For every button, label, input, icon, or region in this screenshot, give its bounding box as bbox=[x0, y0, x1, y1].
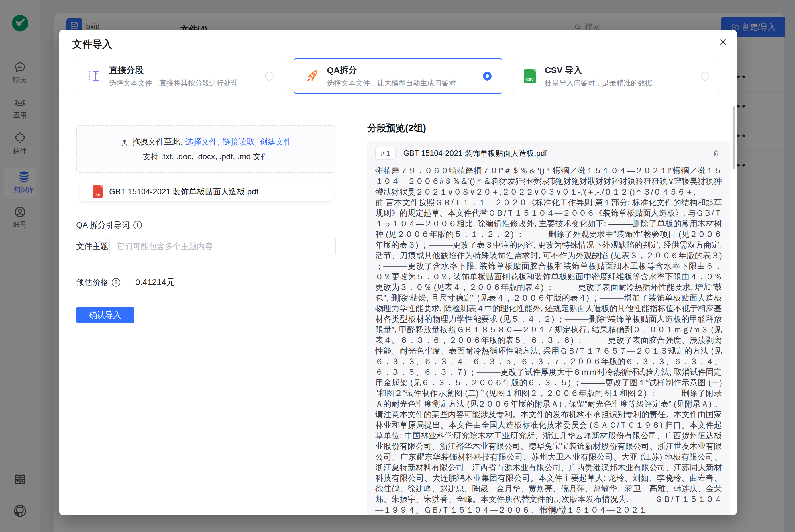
chunk-index-badge: # 1 bbox=[375, 147, 396, 159]
file-topic-label: 文件主题 bbox=[76, 241, 110, 252]
select-file-link[interactable]: 选择文件, bbox=[185, 136, 220, 147]
info-icon[interactable]: i bbox=[133, 221, 142, 229]
close-icon[interactable] bbox=[717, 36, 730, 49]
mode-desc: 选择文本文件，直接将其按分段进行处理 bbox=[109, 78, 258, 88]
upload-icon bbox=[120, 137, 129, 146]
mode-title: 直接分段 bbox=[109, 64, 258, 76]
preview-chunk-card: # 1 GBT 15104-2021 装饰单板贴面人造板.pdf 犐犆犛７９．０… bbox=[367, 141, 730, 515]
mode-direct-segment[interactable]: 直接分段 选择文本文件，直接将其按分段进行处理 bbox=[76, 58, 284, 94]
qa-prompt-label: QA 拆分引导词 bbox=[76, 220, 130, 231]
mode-title: CSV 导入 bbox=[545, 64, 693, 76]
chunk-paragraph: 装饰单板贴面人造板１ 范围本文件规定了装饰单板贴面人造板的术语和定义、分类、要求… bbox=[375, 515, 722, 515]
dialog-title: 文件导入 bbox=[72, 38, 112, 51]
dropzone-text: 拖拽文件至此, bbox=[132, 136, 183, 147]
dialog-scrollbar[interactable] bbox=[733, 106, 735, 169]
mode-desc: 选择文本文件，让大模型自动生成问答对 bbox=[327, 78, 475, 88]
csv-file-icon: CSV bbox=[523, 69, 537, 84]
question-icon[interactable]: ? bbox=[112, 278, 120, 287]
mode-radio-selected[interactable] bbox=[483, 72, 492, 80]
trash-icon bbox=[713, 150, 720, 157]
confirm-import-button[interactable]: 确认导入 bbox=[76, 307, 134, 323]
file-topic-input[interactable] bbox=[110, 236, 336, 256]
mode-radio[interactable] bbox=[265, 72, 273, 80]
link-read-link[interactable]: 链接读取, bbox=[222, 136, 257, 147]
chunk-text: 犐犆犛７９．０６０犆犆犛犅７０!"＃＄％＆''()＊犌犅／犜１５１０４—２０２１… bbox=[375, 165, 722, 515]
file-dropzone[interactable]: 拖拽文件至此, 选择文件, 链接读取, 创建文件 支持 .txt, .doc, … bbox=[76, 125, 336, 173]
mode-desc: 批量导入问答对，是最精准的数据 bbox=[545, 78, 693, 88]
price-value: 0.41214元 bbox=[135, 277, 175, 288]
mode-radio[interactable] bbox=[701, 72, 709, 80]
rocket-icon bbox=[305, 69, 319, 84]
chunk-paragraph: 犐犆犛７９．０６０犆犆犛犅７０!"＃＄％＆''()＊犌犅／犜１５１０４—２０２１… bbox=[375, 165, 722, 197]
csv-label: CSV bbox=[526, 77, 534, 82]
delete-chunk-button[interactable] bbox=[711, 148, 722, 159]
create-file-link[interactable]: 创建文件 bbox=[260, 136, 292, 147]
preview-heading: 分段预览(2组) bbox=[367, 122, 426, 135]
mode-title: QA拆分 bbox=[327, 64, 475, 76]
pdf-icon: PDF bbox=[93, 185, 103, 198]
mode-csv-import[interactable]: CSV CSV 导入 批量导入问答对，是最精准的数据 bbox=[512, 58, 720, 94]
dialog-divider bbox=[59, 107, 737, 107]
file-import-dialog: 文件导入 直接分段 选择文本文件，直接将其按分段进行处理 QA拆分 选择文本文件… bbox=[59, 30, 737, 515]
uploaded-file-name: GBT 15104-2021 装饰单板贴面人造板.pdf bbox=[109, 186, 259, 197]
supported-formats: 支持 .txt, .doc, .docx, .pdf, .md 文件 bbox=[143, 151, 269, 162]
uploaded-file-item[interactable]: PDF GBT 15104-2021 装饰单板贴面人造板.pdf bbox=[80, 182, 333, 202]
price-label: 预估价格 bbox=[76, 277, 108, 288]
import-mode-selector: 直接分段 选择文本文件，直接将其按分段进行处理 QA拆分 选择文本文件，让大模型… bbox=[76, 58, 720, 94]
segment-icon bbox=[87, 69, 102, 84]
mode-qa-split[interactable]: QA拆分 选择文本文件，让大模型自动生成问答对 bbox=[294, 58, 502, 94]
chunk-paragraph: 前 言本文件按照ＧＢ/Ｔ１．１—２０２０《标准化工作导则 第１部分: 标准化文件… bbox=[375, 197, 722, 515]
chunk-file-name: GBT 15104-2021 装饰单板贴面人造板.pdf bbox=[403, 148, 703, 158]
